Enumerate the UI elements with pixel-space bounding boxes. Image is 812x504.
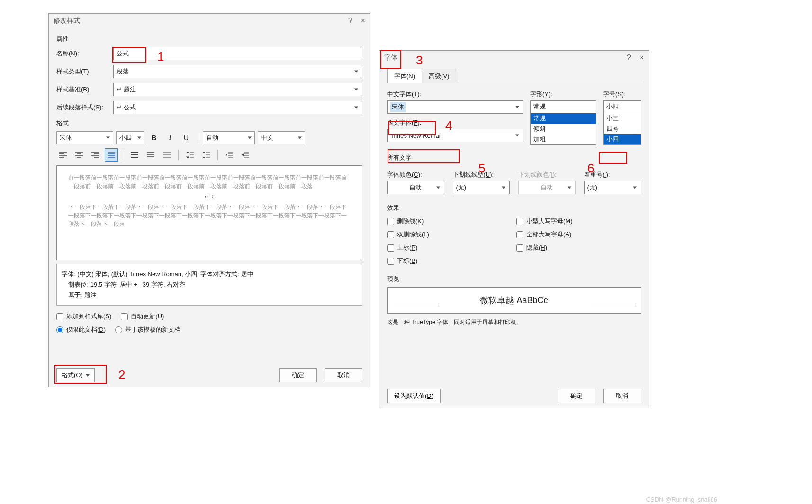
- preview-before: 前一段落前一段落前一段落前一段落前一段落前一段落前一段落前一段落前一段落前一段落…: [68, 173, 351, 190]
- align-left-icon[interactable]: [56, 148, 70, 162]
- preview-after: 下一段落下一段落下一段落下一段落下一段落下一段落下一段落下一段落下一段落下一段落…: [68, 203, 351, 228]
- name-label: 名称(N):: [56, 49, 113, 58]
- list-item[interactable]: 四号: [604, 124, 641, 134]
- font-style-listbox[interactable]: 常规 常规 倾斜 加粗: [530, 100, 596, 145]
- line-spacing-2-icon[interactable]: [160, 148, 173, 162]
- next-style-select[interactable]: ↵ 公式: [113, 101, 362, 114]
- help-icon[interactable]: ?: [348, 17, 352, 25]
- emphasis-select[interactable]: (无): [584, 181, 641, 194]
- font-dialog: 字体 ? × 字体(N) 高级(V) 中文字体(T): 宋体 西文字体(F): …: [379, 50, 649, 408]
- section-preview: 预览: [387, 275, 641, 283]
- list-item[interactable]: 小四: [604, 134, 641, 144]
- preview-formula: a=1: [68, 192, 351, 201]
- doc-only-radio[interactable]: 仅限此文档(D): [56, 325, 106, 334]
- modify-style-dialog: 修改样式 ? × 属性 名称(N): 公式 样式类型(T): 段落 样式基准(B…: [48, 13, 370, 387]
- underline-button[interactable]: U: [180, 131, 193, 144]
- format-toolbar-2: [56, 148, 362, 162]
- tab-font[interactable]: 字体(N): [387, 69, 422, 83]
- en-font-select[interactable]: Times New Roman: [387, 129, 523, 142]
- superscript-check[interactable]: 上标(P): [387, 243, 512, 252]
- smallcaps-check[interactable]: 小型大写字母(M): [516, 217, 641, 225]
- en-font-label: 西文字体(F):: [387, 118, 523, 127]
- close-icon[interactable]: ×: [361, 17, 365, 25]
- tab-advanced[interactable]: 高级(V): [422, 69, 456, 83]
- underline-style-label: 下划线线型(U):: [453, 171, 494, 178]
- line-spacing-1p5-icon[interactable]: [144, 148, 157, 162]
- list-item[interactable]: 小三: [604, 113, 641, 124]
- underline-style-select[interactable]: (无): [453, 181, 510, 194]
- align-right-icon[interactable]: [89, 148, 102, 162]
- help-icon[interactable]: ?: [627, 54, 631, 62]
- section-alltext: 所有文字: [387, 153, 641, 162]
- font-size-combo[interactable]: 小四: [116, 131, 144, 144]
- font-color-combo[interactable]: 自动: [203, 131, 255, 144]
- list-item[interactable]: 倾斜: [531, 124, 596, 134]
- font-color-select[interactable]: 自动: [387, 181, 444, 194]
- strike-check[interactable]: 删除线(K): [387, 217, 512, 225]
- indent-inc-icon[interactable]: [223, 148, 236, 162]
- font-color-label: 字体颜色(C):: [387, 171, 422, 178]
- italic-button[interactable]: I: [163, 131, 177, 144]
- truetype-note: 这是一种 TrueType 字体，同时适用于屏幕和打印机。: [387, 318, 641, 326]
- section-properties: 属性: [56, 35, 362, 43]
- line-spacing-1-icon[interactable]: [128, 148, 141, 162]
- format-toolbar-1: 宋体 小四 B I U 自动 中文: [56, 131, 362, 144]
- style-base-select[interactable]: ↵ 题注: [113, 83, 362, 96]
- font-style-label: 字形(Y):: [530, 90, 596, 99]
- subscript-check[interactable]: 下标(B): [387, 257, 512, 265]
- font-family-combo[interactable]: 宋体: [56, 131, 113, 144]
- section-effects: 效果: [387, 204, 641, 212]
- list-item[interactable]: 加粗: [531, 134, 596, 144]
- dstrike-check[interactable]: 双删除线(L): [387, 230, 512, 239]
- para-space-dec-icon[interactable]: [199, 148, 213, 162]
- align-center-icon[interactable]: [72, 148, 86, 162]
- font-size-listbox[interactable]: 小四 小三 四号 小四: [603, 100, 641, 145]
- list-item[interactable]: 常规: [531, 113, 596, 124]
- underline-color-select: 自动: [518, 181, 576, 194]
- set-default-button[interactable]: 设为默认值(D): [387, 389, 441, 403]
- cancel-button[interactable]: 取消: [603, 389, 641, 403]
- close-icon[interactable]: ×: [640, 54, 644, 62]
- titlebar: 字体 ? ×: [379, 51, 649, 65]
- bold-button[interactable]: B: [147, 131, 161, 144]
- dialog-title: 字体: [384, 54, 397, 62]
- section-format: 格式: [56, 119, 362, 127]
- ok-button[interactable]: 确定: [558, 389, 595, 403]
- style-type-select[interactable]: 段落: [113, 65, 362, 78]
- dialog-title: 修改样式: [54, 17, 80, 25]
- font-preview: 微软卓越 AaBbCc: [387, 287, 641, 314]
- watermark: CSDN @Running_snail66: [646, 496, 718, 503]
- next-style-label: 后续段落样式(S):: [56, 103, 113, 112]
- ok-button[interactable]: 确定: [279, 368, 317, 382]
- indent-dec-icon[interactable]: [239, 148, 252, 162]
- cn-font-select[interactable]: 宋体: [387, 100, 523, 114]
- language-combo[interactable]: 中文: [258, 131, 305, 144]
- cancel-button[interactable]: 取消: [325, 368, 362, 382]
- separator: [198, 133, 198, 143]
- para-space-inc-icon[interactable]: [183, 148, 197, 162]
- style-preview: 前一段落前一段落前一段落前一段落前一段落前一段落前一段落前一段落前一段落前一段落…: [56, 165, 362, 260]
- cn-font-label: 中文字体(T):: [387, 90, 523, 99]
- hidden-check[interactable]: 隐藏(H): [516, 243, 641, 252]
- tabs: 字体(N) 高级(V): [387, 69, 641, 83]
- add-to-library-check[interactable]: 添加到样式库(S): [56, 312, 111, 321]
- format-menu-button[interactable]: 格式(O): [56, 368, 95, 382]
- style-description: 字体: (中文) 宋体, (默认) Times New Roman, 小四, 字…: [56, 264, 362, 306]
- titlebar: 修改样式 ? ×: [49, 14, 370, 28]
- font-size-label: 字号(S):: [603, 90, 641, 99]
- align-justify-icon[interactable]: [105, 148, 118, 162]
- style-base-label: 样式基准(B):: [56, 85, 113, 94]
- allcaps-check[interactable]: 全部大写字母(A): [516, 230, 641, 239]
- underline-color-label: 下划线颜色(I):: [518, 171, 557, 178]
- emphasis-label: 着重号(·):: [584, 171, 610, 178]
- style-type-label: 样式类型(T):: [56, 67, 113, 76]
- template-radio[interactable]: 基于该模板的新文档: [115, 325, 180, 334]
- auto-update-check[interactable]: 自动更新(U): [121, 312, 164, 321]
- name-field[interactable]: 公式: [113, 47, 362, 60]
